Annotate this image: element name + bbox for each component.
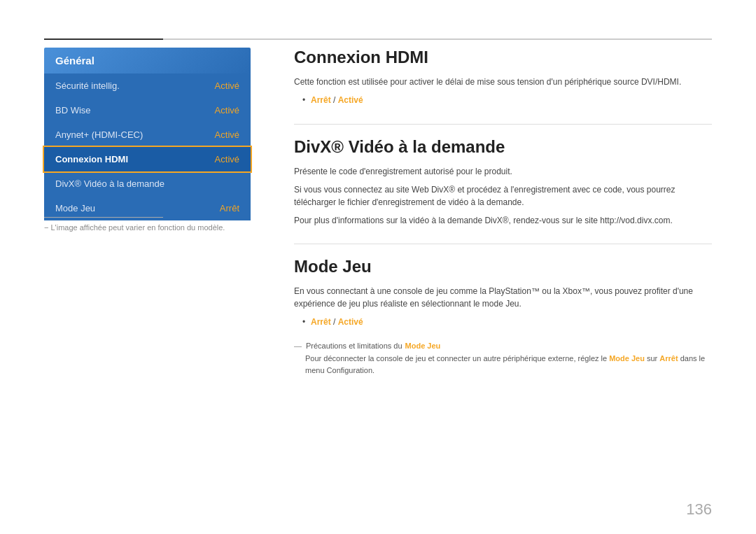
modejeu-active: Activé (338, 317, 363, 327)
hdmi-bullet-list: Arrêt / Activé (294, 94, 712, 107)
modejeu-arret: Arrêt (311, 317, 331, 327)
sidebar-item-anynet-value: Activé (215, 129, 239, 140)
sidebar-item-modejeu-value: Arrêt (220, 203, 239, 213)
section-divx: DivX® Vidéo à la demande Présente le cod… (294, 137, 712, 227)
modejeu-bullet-item: Arrêt / Activé (302, 316, 712, 329)
modejeu-title: Mode Jeu (294, 257, 712, 276)
top-border (44, 38, 712, 40)
modejeu-keyword2: Mode Jeu (609, 354, 645, 363)
divx-desc1: Présente le code d'enregistrement autori… (294, 165, 712, 178)
hdmi-bullet-item: Arrêt / Activé (302, 94, 712, 107)
sidebar-item-bdwise-label: BD Wise (55, 105, 91, 115)
modejeu-separator: / (333, 317, 338, 327)
modejeu-note-text: Pour déconnecter la console de jeu et co… (305, 353, 712, 376)
modejeu-note-body: Pour déconnecter la console de jeu et co… (294, 353, 712, 376)
modejeu-note-label: Précautions et limitations du Mode Jeu (294, 342, 712, 350)
modejeu-keyword3: Arrêt (659, 354, 678, 363)
modejeu-precautions-text: Précautions et limitations du (306, 342, 402, 350)
sidebar-item-anynet[interactable]: Anynet+ (HDMI-CEC) Activé (44, 122, 251, 147)
sidebar-note: − L'image affichée peut varier en foncti… (44, 217, 251, 232)
sidebar-item-modejeu-label: Mode Jeu (55, 203, 95, 213)
divider-2 (294, 244, 712, 244)
modejeu-keyword: Mode Jeu (405, 342, 441, 350)
sidebar-item-securite[interactable]: Sécurité intellig. Activé (44, 73, 251, 98)
hdmi-active: Activé (338, 95, 363, 105)
section-hdmi: Connexion HDMI Cette fonction est utilis… (294, 48, 712, 107)
hdmi-desc: Cette fonction est utilisée pour activer… (294, 76, 712, 88)
hdmi-title: Connexion HDMI (294, 48, 712, 67)
sidebar-note-text: − L'image affichée peut varier en foncti… (44, 223, 251, 232)
section-modejeu: Mode Jeu En vous connectant à une consol… (294, 257, 712, 376)
sidebar-item-anynet-label: Anynet+ (HDMI-CEC) (55, 129, 143, 140)
sidebar-item-divx[interactable]: DivX® Vidéo à la demande (44, 171, 251, 196)
sidebar-note-divider (44, 217, 163, 218)
page-number: 136 (686, 500, 712, 519)
sidebar-item-bdwise[interactable]: BD Wise Activé (44, 98, 251, 122)
modejeu-desc1: En vous connectant à une console de jeu … (294, 285, 712, 310)
divider-1 (294, 124, 712, 125)
sidebar-item-hdmi-value: Activé (215, 154, 239, 164)
divx-title: DivX® Vidéo à la demande (294, 137, 712, 157)
sidebar-header: Général (44, 48, 251, 73)
sidebar-item-hdmi-label: Connexion HDMI (55, 154, 128, 164)
sidebar-item-hdmi[interactable]: Connexion HDMI Activé (44, 147, 251, 171)
sidebar-item-bdwise-value: Activé (215, 105, 239, 115)
sidebar-item-securite-value: Activé (215, 80, 239, 91)
divx-desc3: Pour plus d'informations sur la vidéo à … (294, 214, 712, 227)
sidebar-item-divx-label: DivX® Vidéo à la demande (55, 178, 164, 189)
modejeu-bullet-list: Arrêt / Activé (294, 316, 712, 329)
hdmi-separator: / (333, 95, 338, 105)
divx-desc2: Si vous vous connectez au site Web DivX®… (294, 183, 712, 209)
sidebar: Général Sécurité intellig. Activé BD Wis… (44, 48, 251, 220)
main-content: Connexion HDMI Cette fonction est utilis… (294, 48, 712, 393)
sidebar-item-securite-label: Sécurité intellig. (55, 80, 120, 91)
hdmi-arret: Arrêt (311, 95, 331, 105)
